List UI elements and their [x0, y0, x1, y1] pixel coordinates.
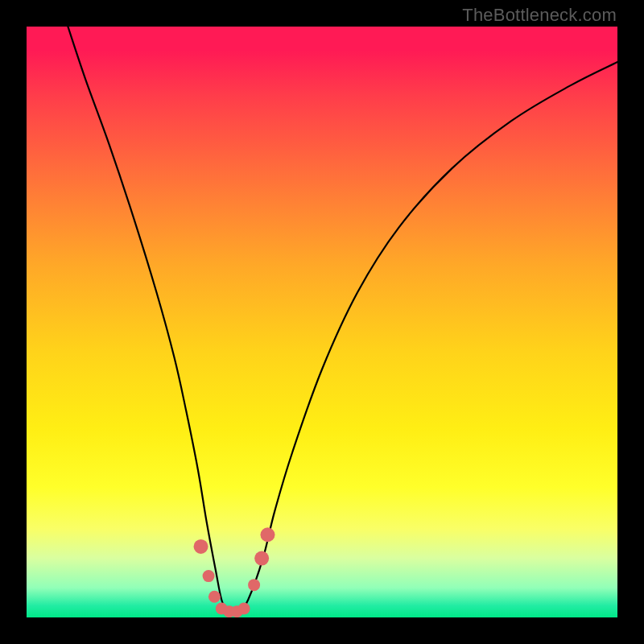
valley-dot — [254, 551, 269, 566]
chart-svg — [27, 27, 617, 617]
valley-dot — [238, 602, 250, 614]
valley-dot — [203, 570, 215, 582]
v-curve-path — [68, 27, 617, 613]
valley-dot — [194, 539, 208, 554]
valley-markers — [194, 527, 275, 617]
valley-dot — [260, 527, 275, 542]
watermark-text: TheBottleneck.com — [462, 5, 617, 26]
plot-area — [27, 27, 617, 617]
valley-dot — [208, 591, 221, 603]
valley-dot — [248, 579, 260, 591]
v-curve — [68, 27, 617, 613]
chart-frame: TheBottleneck.com — [0, 0, 644, 644]
